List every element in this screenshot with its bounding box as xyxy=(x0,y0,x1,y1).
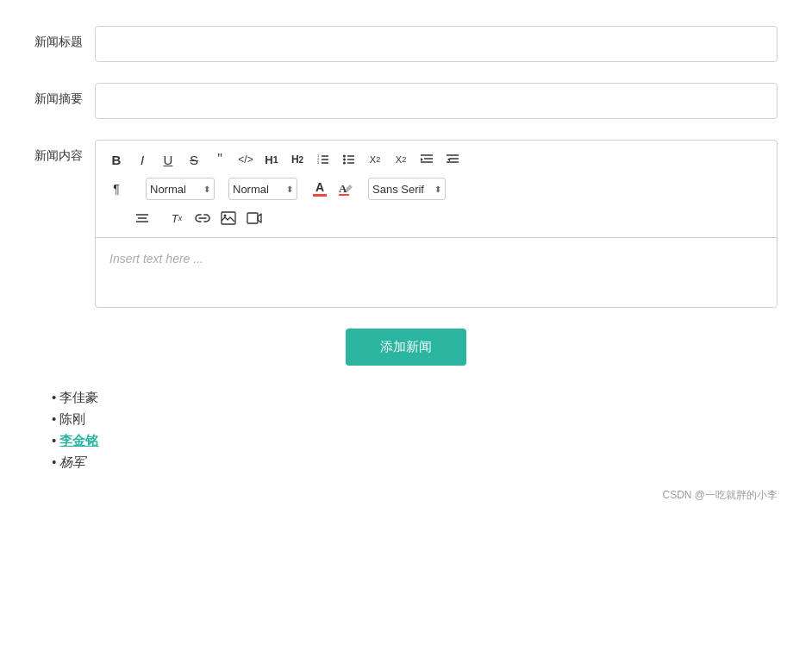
font-color-button[interactable]: A xyxy=(308,177,332,201)
normal-select-1-text: Normal xyxy=(150,183,200,196)
svg-marker-15 xyxy=(421,158,423,161)
svg-point-7 xyxy=(343,159,346,161)
user-list-item: 陈刚 xyxy=(52,411,778,428)
submit-button[interactable]: 添加新闻 xyxy=(346,329,466,366)
svg-text:3: 3 xyxy=(317,160,320,165)
strikethrough-button[interactable]: S xyxy=(182,147,206,172)
font-highlight-button[interactable]: A xyxy=(334,177,358,201)
ordered-list-button[interactable]: 1 2 3 xyxy=(311,147,335,172)
h2-button[interactable]: H2 xyxy=(285,147,309,172)
underline-button[interactable]: U xyxy=(156,147,180,172)
normal-select-2-arrow: ⬍ xyxy=(286,185,293,194)
align-button[interactable] xyxy=(130,206,154,230)
superscript-button[interactable]: X2 xyxy=(389,147,413,172)
svg-point-8 xyxy=(343,162,346,165)
toolbar-row-3: Tx xyxy=(104,206,768,230)
font-color-icon: A xyxy=(308,177,332,201)
content-label: 新闻内容 xyxy=(34,140,95,164)
rtl-button[interactable]: ¶ xyxy=(104,177,128,201)
blockquote-button[interactable]: " xyxy=(208,147,232,172)
clear-format-button[interactable]: Tx xyxy=(165,206,189,230)
content-row: 新闻内容 B I U S " </> H1 H2 1 2 xyxy=(34,140,778,308)
title-row: 新闻标题 xyxy=(34,26,778,62)
indent-left-button[interactable] xyxy=(440,147,465,172)
indent-right-button[interactable] xyxy=(415,147,439,172)
title-label: 新闻标题 xyxy=(34,26,95,50)
editor-content-area[interactable]: Insert text here ... xyxy=(96,238,777,307)
normal-select-2[interactable]: Normal ⬍ xyxy=(228,178,297,200)
svg-point-6 xyxy=(343,155,346,158)
font-family-text: Sans Serif xyxy=(372,183,431,196)
user-link[interactable]: 李金铭 xyxy=(59,433,98,448)
code-button[interactable]: </> xyxy=(234,147,258,172)
link-button[interactable] xyxy=(191,206,215,230)
editor-placeholder: Insert text here ... xyxy=(109,252,203,266)
user-list-item: 李金铭 xyxy=(52,433,778,449)
video-button[interactable] xyxy=(242,206,266,230)
image-button[interactable] xyxy=(216,206,240,230)
user-list-item: 李佳豪 xyxy=(52,390,778,406)
unordered-list-button[interactable] xyxy=(337,147,361,172)
h1-button[interactable]: H1 xyxy=(259,147,284,172)
editor-wrapper: B I U S " </> H1 H2 1 2 3 xyxy=(95,140,778,308)
title-input[interactable] xyxy=(95,26,778,62)
font-family-select[interactable]: Sans Serif ⬍ xyxy=(368,178,446,200)
summary-input[interactable] xyxy=(95,83,778,119)
user-list-item: 杨军 xyxy=(52,454,778,471)
user-list: 李佳豪陈刚李金铭杨军 xyxy=(52,390,778,471)
footer-note: CSDN @一吃就胖的小李 xyxy=(34,488,778,503)
font-family-arrow: ⬍ xyxy=(434,185,441,194)
svg-marker-19 xyxy=(447,158,450,161)
svg-point-28 xyxy=(224,215,227,217)
subscript-button[interactable]: X2 xyxy=(363,147,387,172)
toolbar-row-2: ¶ Normal ⬍ Normal ⬍ A xyxy=(104,177,768,201)
normal-select-1[interactable]: Normal ⬍ xyxy=(146,178,215,200)
normal-select-1-arrow: ⬍ xyxy=(203,185,210,194)
bold-button[interactable]: B xyxy=(104,147,128,172)
submit-row: 添加新闻 xyxy=(34,329,778,366)
toolbar-row-1: B I U S " </> H1 H2 1 2 3 xyxy=(104,147,768,172)
summary-row: 新闻摘要 xyxy=(34,83,778,119)
normal-select-2-text: Normal xyxy=(233,183,283,196)
italic-button[interactable]: I xyxy=(130,147,154,172)
svg-rect-29 xyxy=(247,213,258,223)
editor-toolbar: B I U S " </> H1 H2 1 2 3 xyxy=(96,141,777,238)
summary-label: 新闻摘要 xyxy=(34,83,95,107)
